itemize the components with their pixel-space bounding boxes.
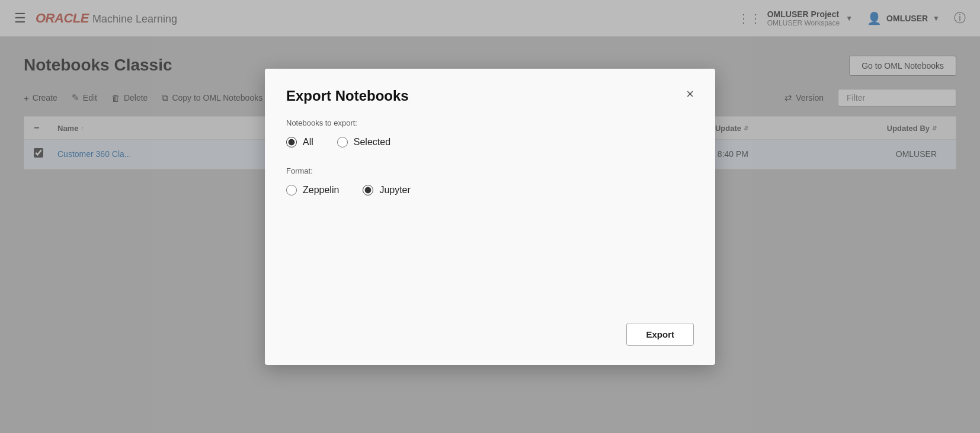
- radio-all-label: All: [303, 137, 313, 147]
- format-radio-group: Zeppelin Jupyter: [286, 185, 694, 195]
- modal-close-button[interactable]: ×: [686, 88, 694, 101]
- radio-selected-label: Selected: [354, 137, 390, 147]
- format-label: Format:: [286, 166, 694, 175]
- radio-zeppelin-label: Zeppelin: [303, 185, 339, 195]
- radio-option-jupyter[interactable]: Jupyter: [363, 185, 410, 195]
- notebooks-to-export-label: Notebooks to export:: [286, 118, 694, 127]
- radio-jupyter-label: Jupyter: [379, 185, 410, 195]
- radio-option-all[interactable]: All: [286, 137, 313, 147]
- modal-title: Export Notebooks: [286, 88, 409, 104]
- modal-body: Notebooks to export: All Selected Format…: [265, 114, 715, 313]
- radio-zeppelin-input[interactable]: [286, 185, 297, 195]
- modal-overlay: Export Notebooks × Notebooks to export: …: [0, 0, 980, 433]
- radio-option-selected[interactable]: Selected: [337, 137, 390, 147]
- radio-selected-input[interactable]: [337, 137, 348, 147]
- export-button[interactable]: Export: [626, 323, 694, 346]
- notebooks-radio-group: All Selected: [286, 137, 694, 147]
- radio-option-zeppelin[interactable]: Zeppelin: [286, 185, 339, 195]
- modal-footer: Export: [265, 313, 715, 365]
- export-notebooks-modal: Export Notebooks × Notebooks to export: …: [265, 69, 715, 365]
- radio-jupyter-input[interactable]: [363, 185, 373, 195]
- radio-all-input[interactable]: [286, 137, 297, 147]
- modal-header: Export Notebooks ×: [265, 69, 715, 114]
